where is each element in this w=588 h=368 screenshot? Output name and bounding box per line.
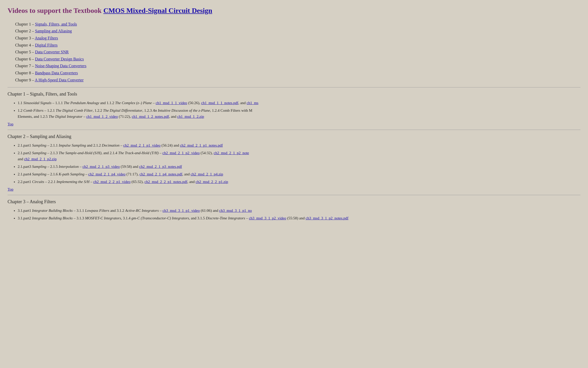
ch1-msd-link3[interactable]: ch1_ms — [247, 101, 259, 105]
list-item: 1.1 Sinusoidal Signals – 1.1.1 The Pendu… — [18, 100, 580, 106]
toc-link-ch3[interactable]: Analog Filters — [35, 36, 58, 40]
toc-link-ch5[interactable]: Data Converter SNR — [35, 50, 69, 54]
ch1-msd-1-2-notes-link[interactable]: ch1_msd_1_2_notes.pdf — [132, 114, 169, 119]
ch2-msd-2-1-p2-zip-link[interactable]: ch2_msd_2_1_p2.zip — [24, 157, 57, 161]
chapter-1-section: Chapter 1 – Signals, Filters, and Tools … — [8, 90, 580, 127]
ch2-msd-2-2-p1-video-link[interactable]: ch2_msd_2_2_p1_video — [93, 180, 131, 184]
ch1-msd-1-2-zip-link[interactable]: ch1_msd_1_2.zip — [177, 114, 204, 119]
toc-item: Chapter 1 – Signals, Filters, and Tools — [15, 21, 580, 28]
textbook-link[interactable]: CMOS Mixed-Signal Circuit Design — [103, 7, 212, 14]
ch2-msd-2-1-p2-notes-link[interactable]: ch2_msd_2_1_p2_note — [214, 151, 249, 155]
toc-link-ch1[interactable]: Signals, Filters, and Tools — [35, 22, 77, 26]
divider — [8, 87, 580, 87]
chapter-2-title: Chapter 2 – Sampling and Aliasing — [8, 133, 580, 140]
ch2-msd-2-1-p1-video-link[interactable]: ch2_msd_2_1_p1_video — [123, 143, 161, 147]
chapter-3-title: Chapter 3 – Analog Filters — [8, 198, 580, 205]
list-item: 2.1.part4 Sampling – 2.1.6 K-path Sampli… — [18, 171, 580, 177]
toc-link-ch9[interactable]: A High-Speed Data Converter — [35, 78, 84, 82]
toc-item: Chapter 3 – Analog Filters — [15, 35, 580, 41]
ch3-msd-3-1-p2-video-link[interactable]: ch3_msd_3_1_p2_video — [249, 216, 286, 220]
ch3-msd-3-1-p1-video-link[interactable]: ch3_msd_3_1_p1_video — [163, 209, 200, 213]
top-link-ch2[interactable]: Top — [8, 186, 580, 192]
ch2-msd-2-2-p1-notes-link[interactable]: ch2_msd_2_2_p1_notes.pdf — [144, 180, 187, 184]
ch2-msd-2-1-p1-notes-link[interactable]: ch2_msd_2_1_p1_notes.pdf — [180, 143, 223, 147]
chapter-2-list: 2.1.part1 Sampling – 2.1.1 Impulse Sampl… — [18, 142, 580, 185]
list-item: 1.2 Comb Filters – 1.2.1 The Digital Com… — [18, 107, 580, 120]
table-of-contents: Chapter 1 – Signals, Filters, and Tools … — [15, 21, 580, 83]
ch2-msd-2-1-p3-notes-link[interactable]: ch2_msd_2_1_p3_notes.pdf — [139, 165, 182, 169]
toc-item: Chapter 5 – Data Converter SNR — [15, 49, 580, 55]
toc-item: Chapter 4 – Digital Filters — [15, 42, 580, 49]
list-item: 2.1.part2 Sampling – 2.1.3 The Sample-an… — [18, 150, 580, 162]
toc-link-ch6[interactable]: Data Converter Design Basics — [35, 57, 84, 61]
list-item: 2.2.part1 Circuits – 2.2.1 Implementing … — [18, 179, 580, 185]
toc-item: Chapter 9 – A High-Speed Data Converter — [15, 77, 580, 83]
list-item: 3.1.part2 Integrator Building Blocks – 3… — [18, 215, 580, 221]
chapter-2-section: Chapter 2 – Sampling and Aliasing 2.1.pa… — [8, 133, 580, 192]
list-item: 2.1.part3 Sampling – 2.1.5 Interpolation… — [18, 164, 580, 170]
ch2-msd-2-1-p2-video-link[interactable]: ch2_msd_2_1_p2_video — [162, 151, 200, 155]
ch2-msd-2-1-p4-video-link[interactable]: ch2_msd_2_1_p4_video — [88, 172, 126, 176]
list-item: 3.1.part1 Integrator Building Blocks – 3… — [18, 208, 580, 214]
ch2-msd-2-2-p1-zip-link[interactable]: ch2_msd_2_2_p1.zip — [196, 180, 228, 184]
ch2-msd-2-1-p4-notes-link[interactable]: ch2_msd_2_1_p4_notes.pdf — [140, 172, 183, 176]
ch2-msd-2-1-p4-zip-link[interactable]: ch2_msd_2_1_p4.zip — [191, 172, 223, 176]
toc-link-ch2[interactable]: Sampling and Aliasing — [35, 29, 72, 33]
divider — [8, 130, 580, 130]
toc-item: Chapter 2 – Sampling and Aliasing — [15, 28, 580, 34]
chapter-1-list: 1.1 Sinusoidal Signals – 1.1.1 The Pendu… — [18, 100, 580, 120]
chapter-3-section: Chapter 3 – Analog Filters 3.1.part1 Int… — [8, 198, 580, 221]
ch2-msd-2-1-p3-video-link[interactable]: ch2_msd_2_1_p3_video — [83, 165, 120, 169]
ch1-msd-1-2-video-link[interactable]: ch1_msd_1_2_video — [86, 114, 118, 119]
toc-item: Chapter 6 – Data Converter Design Basics — [15, 56, 580, 62]
chapter-1-title: Chapter 1 – Signals, Filters, and Tools — [8, 90, 580, 98]
page-title-text: Videos to support the Textbook — [8, 7, 103, 14]
page-title: Videos to support the Textbook CMOS Mixe… — [8, 5, 580, 16]
toc-link-ch4[interactable]: Digital Filters — [35, 43, 58, 47]
top-link-ch1[interactable]: Top — [8, 121, 580, 127]
ch1-msd-1-1-video-link[interactable]: ch1_msd_1_1_video — [156, 101, 187, 105]
ch1-msd-1-1-notes-link[interactable]: ch1_msd_1_1_notes.pdf — [201, 101, 238, 105]
toc-link-ch8[interactable]: Bandpass Data Converters — [35, 71, 78, 75]
divider — [8, 195, 580, 195]
list-item: 2.1.part1 Sampling – 2.1.1 Impulse Sampl… — [18, 142, 580, 148]
toc-item: Chapter 7 – Noise-Shaping Data Converter… — [15, 63, 580, 69]
ch3-msd-3-1-p2-notes-link[interactable]: ch3_msd_3_1_p2_notes.pdf — [306, 216, 349, 220]
toc-link-ch7[interactable]: Noise-Shaping Data Converters — [35, 64, 87, 68]
ch3-msd-3-1-p1-notes-link[interactable]: ch3_msd_3_1_p1_no — [219, 209, 252, 213]
chapter-3-list: 3.1.part1 Integrator Building Blocks – 3… — [18, 208, 580, 221]
toc-item: Chapter 8 – Bandpass Data Converters — [15, 70, 580, 76]
